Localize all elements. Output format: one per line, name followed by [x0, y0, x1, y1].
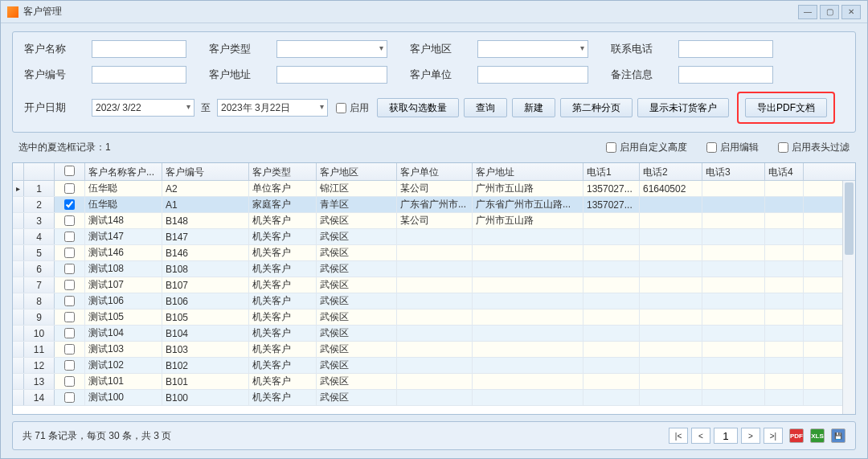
table-row[interactable]: 10测试104B104机关客户武侯区 — [13, 326, 855, 342]
button-get-checked-count[interactable]: 获取勾选数量 — [377, 98, 459, 117]
vertical-scrollbar[interactable] — [842, 181, 855, 414]
row-checkbox-cell[interactable] — [55, 229, 85, 244]
checkbox-enable-date[interactable]: 启用 — [336, 101, 369, 115]
export-xls-icon[interactable]: XLS — [810, 428, 825, 443]
checkbox-custom-height[interactable]: 启用自定义高度 — [606, 141, 687, 154]
col-tel4[interactable]: 电话4 — [765, 163, 804, 180]
col-checkbox-header[interactable] — [55, 163, 85, 180]
col-name[interactable]: 客户名称客户... — [85, 163, 162, 180]
row-checkbox[interactable] — [64, 215, 75, 226]
row-checkbox-cell[interactable] — [55, 374, 85, 389]
selected-count-label: 选中的夏选框记录：1 — [18, 141, 111, 154]
row-checkbox-cell[interactable] — [55, 277, 85, 293]
button-new[interactable]: 新建 — [512, 98, 555, 117]
button-export-pdf[interactable]: 导出PDF文档 — [745, 98, 827, 117]
col-addr[interactable]: 客户地址 — [473, 163, 583, 180]
page-last-button[interactable]: >| — [764, 428, 783, 444]
cell-type: 家庭客户 — [249, 197, 317, 212]
row-checkbox[interactable] — [64, 328, 75, 338]
col-unit[interactable]: 客户单位 — [397, 163, 473, 180]
close-button[interactable]: ✕ — [841, 5, 861, 19]
button-query[interactable]: 查询 — [464, 98, 507, 117]
cell-region: 武侯区 — [317, 293, 397, 309]
table-row[interactable]: 5测试146B146机关客户武侯区 — [13, 245, 855, 261]
row-checkbox[interactable] — [64, 280, 75, 290]
table-row[interactable]: 13测试101B101机关客户武侯区 — [13, 374, 855, 390]
table-row[interactable]: 3测试148B148机关客户武侯区某公司广州市五山路 — [13, 213, 855, 229]
row-checkbox[interactable] — [64, 183, 75, 194]
table-row[interactable]: 4测试147B147机关客户武侯区 — [13, 229, 855, 245]
row-checkbox-cell[interactable] — [55, 261, 85, 277]
col-region[interactable]: 客户地区 — [317, 163, 397, 180]
button-show-unordered[interactable]: 显示未订货客户 — [637, 98, 729, 117]
row-number: 6 — [24, 261, 55, 277]
row-checkbox[interactable] — [64, 360, 75, 371]
row-checkbox-cell[interactable] — [55, 181, 85, 196]
col-tel1[interactable]: 电话1 — [583, 163, 640, 180]
cell-tel1 — [583, 229, 640, 244]
input-remark[interactable] — [678, 66, 773, 84]
table-row[interactable]: ▸1伍华聪A2单位客户锦江区某公司广州市五山路1357027...6164050… — [13, 181, 855, 197]
row-checkbox[interactable] — [64, 232, 75, 242]
checkbox-enable-date-input[interactable] — [336, 103, 346, 113]
combo-customer-region[interactable] — [477, 40, 588, 58]
cell-tel3 — [702, 277, 765, 293]
row-checkbox[interactable] — [64, 392, 75, 403]
table-row[interactable]: 2伍华聪A1家庭客户青羊区广东省广州市...广东省广州市五山路...135702… — [13, 197, 855, 213]
scroll-thumb[interactable] — [845, 182, 854, 255]
col-tel3[interactable]: 电话3 — [702, 163, 765, 180]
grid-header: 客户名称客户... 客户编号 客户类型 客户地区 客户单位 客户地址 电话1 电… — [13, 163, 855, 181]
col-type[interactable]: 客户类型 — [249, 163, 317, 180]
table-row[interactable]: 12测试102B102机关客户武侯区 — [13, 358, 855, 374]
row-checkbox[interactable] — [64, 376, 75, 387]
row-checkbox-cell[interactable] — [55, 197, 85, 212]
table-row[interactable]: 11测试103B103机关客户武侯区 — [13, 342, 855, 358]
page-number-input[interactable] — [714, 428, 738, 444]
row-checkbox[interactable] — [64, 296, 75, 306]
row-checkbox-cell[interactable] — [55, 342, 85, 357]
col-tel2[interactable]: 电话2 — [640, 163, 702, 180]
minimize-button[interactable]: — — [798, 5, 817, 19]
row-checkbox-cell[interactable] — [55, 293, 85, 309]
row-checkbox-cell[interactable] — [55, 326, 85, 341]
table-row[interactable]: 6测试108B108机关客户武侯区 — [13, 261, 855, 277]
checkbox-header-filter[interactable]: 启用表头过滤 — [778, 141, 850, 154]
cell-unit — [397, 342, 473, 357]
table-row[interactable]: 7测试107B107机关客户武侯区 — [13, 277, 855, 293]
date-from[interactable]: 2023/ 3/22 — [92, 99, 194, 117]
save-icon[interactable]: 💾 — [831, 428, 845, 443]
table-row[interactable]: 9测试105B105机关客户武侯区 — [13, 309, 855, 326]
page-prev-button[interactable]: < — [691, 428, 710, 444]
row-checkbox[interactable] — [64, 248, 75, 258]
export-pdf-icon[interactable]: PDF — [789, 428, 804, 443]
col-code[interactable]: 客户编号 — [162, 163, 249, 180]
checkbox-enable-edit[interactable]: 启用编辑 — [706, 141, 759, 154]
page-next-button[interactable]: > — [741, 428, 760, 444]
row-checkbox-cell[interactable] — [55, 390, 85, 405]
page-first-button[interactable]: |< — [669, 428, 688, 444]
row-checkbox-cell[interactable] — [55, 358, 85, 373]
row-checkbox-cell[interactable] — [55, 213, 85, 228]
row-checkbox[interactable] — [64, 312, 75, 322]
input-tel[interactable] — [678, 40, 773, 58]
row-checkbox[interactable] — [64, 344, 75, 354]
table-row[interactable]: 14测试100B100机关客户武侯区 — [13, 390, 855, 406]
button-second-paging[interactable]: 第二种分页 — [560, 98, 633, 117]
row-checkbox[interactable] — [64, 264, 75, 274]
input-customer-unit[interactable] — [477, 66, 588, 84]
row-checkbox[interactable] — [64, 199, 75, 210]
cell-tel1 — [583, 390, 640, 405]
input-customer-code[interactable] — [92, 66, 186, 84]
combo-customer-type[interactable] — [276, 40, 387, 58]
cell-unit — [397, 261, 473, 277]
cell-region: 武侯区 — [317, 309, 397, 325]
table-row[interactable]: 8测试106B106机关客户武侯区 — [13, 293, 855, 309]
row-checkbox-cell[interactable] — [55, 309, 85, 325]
maximize-button[interactable]: ▢ — [820, 5, 839, 19]
window: 客户管理 — ▢ ✕ 客户名称 客户类型 客户地区 联系电话 客户编号 客户地址 — [0, 0, 868, 459]
input-customer-addr[interactable] — [276, 66, 387, 84]
cell-type: 机关客户 — [249, 390, 317, 405]
input-customer-name[interactable] — [92, 40, 186, 58]
row-checkbox-cell[interactable] — [55, 245, 85, 260]
date-to[interactable]: 2023年 3月22日 — [217, 99, 328, 117]
